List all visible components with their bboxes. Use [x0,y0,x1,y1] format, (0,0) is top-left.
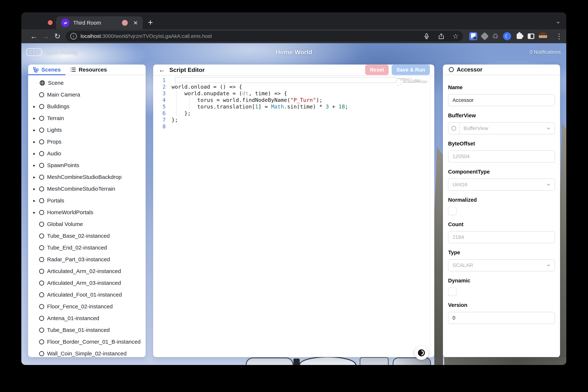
normalized-checkbox[interactable] [448,207,456,215]
share-icon[interactable] [438,33,444,40]
browser-toolbar: ← → ↻ i localhost:3000/world/!vjrzmTVOcy… [21,29,566,43]
node-circle-icon [39,257,44,262]
extensions-puzzle-icon[interactable] [517,34,522,39]
tree-item-scene[interactable]: Scene [28,77,146,89]
ext-diamond-icon[interactable] [480,32,489,40]
tree-item-antena-01-instanced[interactable]: Antena_01-instanced [28,312,146,324]
code-editor[interactable]: 12world.onload = () => {3 world.onupdate… [153,76,434,358]
reset-button[interactable]: Reset [365,65,389,75]
node-circle-icon [39,186,44,192]
tree-item-floor-fence-02-instanced[interactable]: Floor_Fence_02-instanced [28,300,146,312]
node-circle-icon [39,316,44,321]
tab-overflow-icon[interactable]: ⌄ [556,18,561,25]
tree-caret-icon[interactable]: ▸ [33,104,39,109]
count-input[interactable]: 2184 [448,231,555,243]
tree-caret-icon[interactable]: ▸ [33,198,39,203]
ext-password-manager-icon[interactable] [469,32,477,40]
url-text[interactable]: localhost:3000/world/!vjrzmTVOcyIsLgaAkA… [80,33,212,39]
world-viewport[interactable]: ESC Open Overlay Home World 0 Notificati… [21,43,566,365]
dynamic-checkbox[interactable] [448,288,456,296]
line-number: 3 [153,90,172,97]
tree-item-portals[interactable]: ▸Portals [28,195,146,206]
tree-item-tube-end-02-instanced[interactable]: Tube_End_02-instanced [28,242,146,254]
editor-back-icon[interactable]: ← [159,66,165,73]
profile-avatar[interactable] [539,32,547,40]
tree-item-tube-base-02-instanced[interactable]: Tube_Base_02-instanced [28,230,146,242]
tree-item-articulated-arm-02-instanced[interactable]: Articulated_Arm_02-instanced [28,265,146,277]
ext-dark-mode-icon[interactable]: ☾ [503,32,511,40]
tree-caret-icon[interactable]: ▸ [33,139,39,144]
tree-item-articulated-arm-03-instanced[interactable]: Articulated_Arm_03-instanced [28,277,146,289]
tree-item-wall-coin-simple-02-instanced[interactable]: Wall_Coin_Simple_02-instanced [28,348,146,356]
mic-icon[interactable] [423,33,430,40]
minimap[interactable]: world.onload = () => { world.onupdate = … [398,76,428,110]
bufferview-select[interactable]: BufferView [448,122,555,134]
tree-item-tube-base-01-instanced[interactable]: Tube_Base_01-instanced [28,324,146,336]
componenttype-select[interactable]: Uint16 [448,178,555,191]
field-dynamic: Dynamic [448,278,555,296]
address-bar[interactable]: i localhost:3000/world/!vjrzmTVOcyIsLgaA… [66,31,463,42]
tree-item-lights[interactable]: ▸Lights [28,124,146,136]
node-circle-icon [39,175,44,180]
ext-recycle-icon[interactable]: ♻ [492,32,499,40]
code-line[interactable]: 1 [153,77,434,84]
chevron-down-icon [546,182,551,187]
version-input[interactable]: 0 [448,312,555,324]
tree-caret-icon[interactable]: ▸ [33,210,39,215]
side-panel-icon[interactable] [528,34,534,39]
tree-item-radar-part-03-instanced[interactable]: Radar_Part_03-instanced [28,254,146,265]
browser-tab[interactable]: ∞ Third Room ✕ [56,16,143,29]
code-line[interactable]: 8 [153,123,434,130]
tree-item-meshcombinestudiobackdrop[interactable]: ▸MeshCombineStudioBackdrop [28,171,146,183]
code-text: torus.translation[1] = Math.sin(time) * … [172,103,348,110]
byteoffset-input[interactable]: 120504 [448,150,555,162]
tree-item-floor-border-corner-01-b-instanced[interactable]: Floor_Border_Corner_01_B-instanced [28,336,146,348]
traffic-close-button[interactable] [48,20,52,25]
theme-toggle-button[interactable] [414,346,428,360]
code-line[interactable]: 3 world.onupdate = (dt, time) => { [153,90,434,97]
tree-caret-icon[interactable]: ▸ [33,186,39,192]
world-title: Home World [276,48,312,56]
tree-caret-icon[interactable]: ▸ [33,128,39,132]
node-circle-icon [39,198,44,203]
tree-item-terrain[interactable]: ▸Terrain [28,112,146,124]
back-button[interactable]: ← [28,32,40,40]
save-run-button[interactable]: Save & Run [392,65,430,75]
tree-caret-icon[interactable]: ▸ [33,116,39,121]
code-line[interactable]: 2world.onload = () => { [153,84,434,90]
tab-close-icon[interactable]: ✕ [133,20,138,26]
tree-item-buildings[interactable]: ▸Buildings [28,100,146,112]
tab-scenes[interactable]: Scenes [28,64,66,75]
tree-item-main-camera[interactable]: Main Camera [28,89,146,100]
tab-resources[interactable]: Resources [66,64,112,75]
tree-caret-icon[interactable]: ▸ [33,151,39,156]
tree-item-label: Scene [48,80,64,86]
tree-item-props[interactable]: ▸Props [28,136,146,148]
type-select[interactable]: SCALAR [448,259,555,272]
script-editor-title: Script Editor [169,66,205,73]
tree-caret-icon[interactable]: ▸ [33,163,39,168]
code-line[interactable]: 5 torus.translation[1] = Math.sin(time) … [153,103,434,110]
notifications-count[interactable]: 0 Notifications [530,49,561,55]
code-line[interactable]: 6 }; [153,110,434,116]
code-line[interactable]: 4 torus = world.findNodeByName("P_Turn")… [153,97,434,103]
line-number: 8 [153,123,172,130]
tree-item-homeworldportals[interactable]: ▸HomeWorldPortals [28,206,146,218]
browser-menu-icon[interactable]: ⋮ [556,33,563,40]
code-line[interactable]: 7}; [153,116,434,123]
site-info-icon[interactable]: i [70,33,77,40]
tree-item-global-volume[interactable]: Global Volume [28,218,146,230]
tree-item-spawnpoints[interactable]: ▸SpawnPoints [28,160,146,171]
ref-circle-icon [448,123,459,134]
open-overlay-label[interactable]: Open Overlay [45,49,78,55]
overlay-hud: ESC Open Overlay Home World 0 Notificati… [21,43,566,61]
tree-item-articulated-foot-01-instanced[interactable]: Articulated_Foot_01-instanced [28,289,146,300]
name-input[interactable]: Accessor [448,94,555,106]
new-tab-button[interactable]: + [148,17,153,28]
tree-item-audio[interactable]: ▸Audio [28,148,146,160]
node-circle-icon [39,104,44,109]
tree-item-meshcombinestudioterrain[interactable]: ▸MeshCombineStudioTerrain [28,183,146,195]
bookmark-star-icon[interactable]: ☆ [453,33,458,40]
reload-button[interactable]: ↻ [52,32,63,40]
tree-caret-icon[interactable]: ▸ [33,175,39,180]
